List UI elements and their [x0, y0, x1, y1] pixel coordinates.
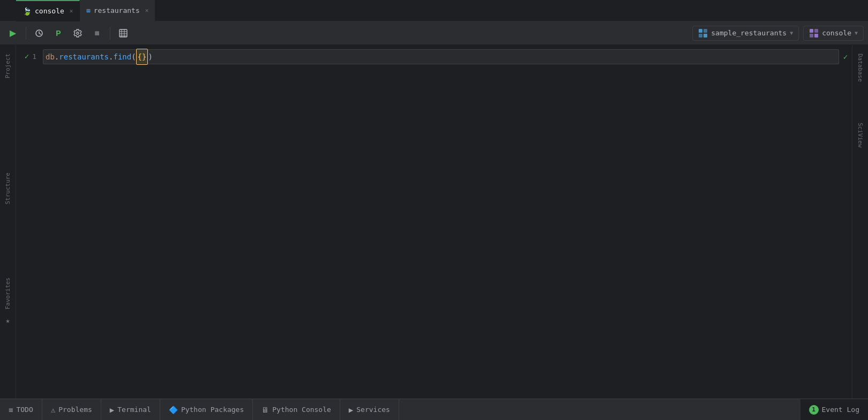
todo-icon: ≡ — [9, 406, 13, 414]
terminal-icon: ▶ — [110, 406, 114, 414]
svg-rect-9 — [699, 34, 702, 38]
python-console-label: Python Console — [272, 406, 331, 414]
code-find: find — [113, 49, 131, 64]
right-sidebar: Database SciView — [852, 45, 868, 399]
python-packages-icon: 🔷 — [169, 406, 178, 414]
editor[interactable]: ✓ 1 db.restaurants.find({}) ✓ — [16, 45, 852, 399]
console-dropdown-arrow: ▼ — [855, 30, 858, 36]
db-dropdown-arrow: ▼ — [790, 30, 793, 36]
run-button[interactable]: ▶ — [4, 25, 21, 42]
toolbar-right: sample_restaurants ▼ console ▼ — [692, 26, 864, 41]
console-selector-label: console — [822, 29, 851, 37]
code-dot2: . — [109, 49, 113, 64]
stop-button[interactable]: ■ — [88, 25, 106, 42]
code-brace: {} — [136, 49, 148, 65]
sidebar-favorites[interactable]: Favorites — [2, 273, 13, 314]
code-paren-close: ) — [148, 49, 152, 64]
python-console-icon: 🖥 — [261, 406, 269, 414]
history-button[interactable] — [31, 25, 48, 42]
tab-console-label: console — [35, 7, 64, 15]
code-area[interactable]: db.restaurants.find({}) — [43, 45, 839, 399]
db-selector-label: sample_restaurants — [711, 29, 787, 37]
event-log-label: Event Log — [822, 406, 859, 414]
todo-button[interactable]: ≡ TODO — [0, 399, 42, 420]
services-icon: ▶ — [349, 406, 353, 414]
db-selector[interactable]: sample_restaurants ▼ — [692, 26, 799, 41]
event-log-badge: 1 — [809, 405, 819, 415]
right-check-icon: ✓ — [839, 49, 852, 64]
tab-restaurants[interactable]: ⊞ restaurants ✕ — [80, 0, 155, 21]
python-packages-button[interactable]: 🔷 Python Packages — [160, 399, 253, 420]
right-sidebar-database-label[interactable]: Database — [855, 49, 866, 86]
svg-rect-12 — [814, 29, 818, 33]
right-gutter: ✓ — [839, 45, 852, 399]
separator-1 — [26, 27, 26, 40]
svg-rect-10 — [704, 34, 707, 38]
sidebar-structure[interactable]: Structure — [2, 168, 13, 209]
console-selector[interactable]: console ▼ — [803, 26, 864, 41]
tab-console-close[interactable]: ✕ — [70, 8, 73, 14]
line-number-1: ✓ 1 — [16, 49, 36, 64]
line-numbers: ✓ 1 — [16, 45, 43, 399]
svg-rect-7 — [699, 29, 702, 33]
svg-rect-8 — [704, 29, 707, 33]
event-log-button[interactable]: 1 Event Log — [800, 399, 868, 420]
favorites-star-icon: ★ — [5, 316, 10, 325]
status-spacer — [399, 399, 800, 420]
problems-button[interactable]: ⚠ Problems — [42, 399, 101, 420]
tab-bar: 🍃 console ✕ ⊞ restaurants ✕ — [0, 0, 868, 21]
python-packages-label: Python Packages — [181, 406, 244, 414]
console-icon: 🍃 — [23, 7, 32, 16]
line-check-icon: ✓ — [25, 50, 29, 63]
code-db: db — [46, 49, 55, 64]
svg-rect-11 — [810, 29, 813, 33]
right-sidebar-sciview-label[interactable]: SciView — [855, 118, 866, 152]
table-icon: ⊞ — [86, 7, 90, 14]
main-content: Project Structure Favorites ★ ✓ 1 db.res… — [0, 45, 868, 399]
db-selector-icon — [698, 28, 708, 38]
editor-container: ✓ 1 db.restaurants.find({}) ✓ — [16, 45, 852, 399]
todo-label: TODO — [16, 406, 33, 414]
code-collection: restaurants — [59, 49, 109, 64]
services-button[interactable]: ▶ Services — [340, 399, 399, 420]
tab-restaurants-close[interactable]: ✕ — [145, 7, 149, 14]
svg-rect-13 — [810, 34, 813, 38]
terminal-label: Terminal — [117, 406, 151, 414]
services-label: Services — [356, 406, 390, 414]
problems-icon: ⚠ — [51, 406, 55, 414]
tab-restaurants-label: restaurants — [94, 6, 140, 14]
toolbar: ▶ P ■ sample_restaurants ▼ — [0, 21, 868, 45]
code-dot1: . — [55, 49, 59, 64]
status-bar: ≡ TODO ⚠ Problems ▶ Terminal 🔷 Python Pa… — [0, 399, 868, 420]
python-console-button[interactable]: 🖥 Python Console — [253, 399, 340, 420]
console-selector-icon — [809, 28, 819, 38]
code-line-1: db.restaurants.find({}) — [43, 49, 839, 64]
settings-button[interactable] — [69, 25, 86, 42]
left-sidebar: Project Structure Favorites ★ — [0, 45, 16, 399]
table-view-button[interactable] — [115, 25, 132, 42]
line-num: 1 — [32, 50, 36, 63]
code-paren-open: ( — [131, 49, 136, 64]
svg-rect-14 — [814, 34, 818, 38]
terminal-button[interactable]: ▶ Terminal — [101, 399, 160, 420]
python-button[interactable]: P — [50, 25, 67, 42]
tab-console[interactable]: 🍃 console ✕ — [16, 0, 80, 21]
separator-2 — [110, 27, 110, 40]
sidebar-project[interactable]: Project — [2, 49, 13, 82]
problems-label: Problems — [58, 406, 92, 414]
